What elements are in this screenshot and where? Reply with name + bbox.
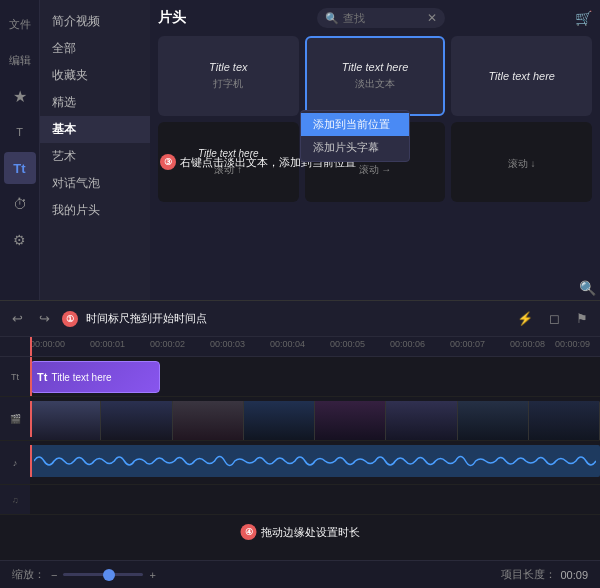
duration-display: 项目长度： 00:09 [501,567,588,582]
title-track-content: Tt Title text here [30,357,600,396]
menu-item-basic[interactable]: 基本 [40,116,150,143]
search-input[interactable] [343,12,423,24]
audio-track [30,445,600,477]
title-card-2[interactable]: Title text here [451,36,592,116]
annotation-1-text: 时间标尺拖到开始时间点 [86,311,207,326]
music-track-content [30,485,600,514]
content-topbar: 片头 🔍 ✕ 🛒 [158,8,592,28]
zoom-label: 缩放： [12,567,45,582]
cart-icon[interactable]: 🛒 [575,10,592,26]
title-clip[interactable]: Tt Title text here [30,361,160,393]
time-mark-6: 00:00:06 [390,339,425,349]
menu-panel: 简介视频 全部 收藏夹 精选 基本 艺术 对话气泡 我的片头 [40,0,150,300]
video-track-content [30,397,600,440]
video-thumb-8 [529,401,600,440]
redo-icon[interactable]: ↪ [35,309,54,328]
split-icon[interactable]: ⚡ [513,309,537,328]
video-thumb-6 [386,401,457,440]
video-track-side: 🎬 [0,397,30,440]
time-mark-0: 00:00:00 [30,339,65,349]
menu-item-all[interactable]: 全部 [40,35,150,62]
video-track [30,401,600,440]
card-label-4: 滚动 → [359,163,392,177]
video-track-row: 🎬 [0,397,600,441]
track-playhead-2 [30,401,32,437]
audio-waveform [34,449,596,473]
video-thumb-3 [173,401,244,440]
card-title-2: Title text here [488,70,555,82]
sidebar-icon-file[interactable]: 文件 [4,8,36,40]
context-menu: 添加到当前位置 添加片头字幕 [300,110,410,162]
annotation-4-badge: ④ [241,524,257,540]
audio-track-content [30,441,600,484]
title-card-1[interactable]: Title text here 淡出文本 [305,36,446,116]
music-track-row: ♫ [0,485,600,515]
title-track-row: Tt Tt Title text here [0,357,600,397]
card-title-1: Title text here [342,61,409,73]
time-mark-8: 00:00:08 [510,339,545,349]
tracks-container: Tt Tt Title text here 🎬 [0,357,600,517]
card-title-0: Title tex [209,61,247,73]
annotation-4-text: 拖动边缘处设置时长 [261,525,360,540]
video-thumb-5 [315,401,386,440]
zoom-out-icon[interactable]: − [51,569,57,581]
menu-item-favorites[interactable]: 收藏夹 [40,62,150,89]
annotation-4: ④ 拖动边缘处设置时长 [241,524,360,540]
flag-icon[interactable]: ⚑ [572,309,592,328]
zoom-slider[interactable] [63,573,143,576]
magnify-icon[interactable]: 🔍 [579,280,596,296]
menu-item-bubble[interactable]: 对话气泡 [40,170,150,197]
sidebar-icon-timer[interactable]: ⏱ [4,188,36,220]
context-menu-item-add-position[interactable]: 添加到当前位置 [301,113,409,136]
title-clip-label: Title text here [51,372,111,383]
sidebar-icon-effects[interactable]: ★ [4,80,36,112]
video-thumb-7 [458,401,529,440]
title-card-5[interactable]: 滚动 ↓ [451,122,592,202]
card-label-0: 打字机 [213,77,243,91]
sidebar-icon-edit[interactable]: 编辑 [4,44,36,76]
time-ruler: 00:00:00 00:00:01 00:00:02 00:00:03 00:0… [0,337,600,357]
menu-item-featured[interactable]: 精选 [40,89,150,116]
time-mark-3: 00:00:03 [210,339,245,349]
sidebar-icon-titles[interactable]: Tt [4,152,36,184]
search-icon: 🔍 [325,12,339,25]
menu-item-my[interactable]: 我的片头 [40,197,150,224]
search-bar: 🔍 ✕ [317,8,445,28]
context-menu-item-add-title[interactable]: 添加片头字幕 [301,136,409,159]
video-thumb-4 [244,401,315,440]
title-track-side: Tt [0,357,30,396]
time-mark-4: 00:00:04 [270,339,305,349]
trim-icon[interactable]: ◻ [545,309,564,328]
bottom-bar: 缩放： − + 项目长度： 00:09 [0,560,600,588]
track-playhead-1 [30,357,32,396]
annotation-3-badge: ③ [160,154,176,170]
menu-item-art[interactable]: 艺术 [40,143,150,170]
annotation-1-badge: ① [62,311,78,327]
zoom-handle[interactable] [103,569,115,581]
audio-track-row: ♪ [0,441,600,485]
time-mark-1: 00:00:01 [90,339,125,349]
card-label-1: 淡出文本 [355,77,395,91]
time-mark-5: 00:00:05 [330,339,365,349]
sidebar-icon-text[interactable]: T [4,116,36,148]
undo-icon[interactable]: ↩ [8,309,27,328]
duration-value: 00:09 [560,569,588,581]
video-thumb-2 [101,401,172,440]
music-track-side: ♫ [0,485,30,514]
playhead[interactable] [30,337,32,356]
zoom-in-icon[interactable]: + [149,569,155,581]
track-playhead-3 [30,445,32,477]
time-mark-2: 00:00:02 [150,339,185,349]
card-label-5: 滚动 ↓ [508,157,536,171]
section-title: 片头 [158,9,186,27]
title-card-0[interactable]: Title tex 打字机 [158,36,299,116]
time-mark-9: 00:00:09 [555,339,590,349]
clear-icon[interactable]: ✕ [427,11,437,25]
time-mark-7: 00:00:07 [450,339,485,349]
video-thumb-1 [30,401,101,440]
timeline-topbar: ↩ ↪ ① 时间标尺拖到开始时间点 ⚡ ◻ ⚑ [0,301,600,337]
timeline-area: ↩ ↪ ① 时间标尺拖到开始时间点 ⚡ ◻ ⚑ 00:00:00 00:00:0… [0,300,600,588]
menu-item-intro[interactable]: 简介视频 [40,8,150,35]
sidebar-icon-tools[interactable]: ⚙ [4,224,36,256]
title-clip-icon: Tt [37,371,47,383]
